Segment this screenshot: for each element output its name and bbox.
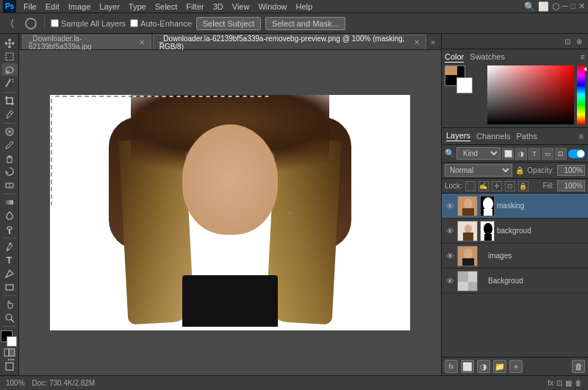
menu-edit[interactable]: Edit: [41, 2, 64, 11]
add-adjustment-button[interactable]: ◑: [477, 360, 490, 373]
pen-tool[interactable]: [1, 241, 18, 253]
tab-color[interactable]: Color: [445, 52, 464, 63]
brush-options-icon[interactable]: [24, 16, 38, 31]
lock-position-icon[interactable]: ✛: [492, 181, 502, 191]
menu-type[interactable]: Type: [124, 2, 151, 11]
sample-all-layers-input[interactable]: [51, 19, 59, 27]
menu-image[interactable]: Image: [64, 2, 96, 11]
lasso-tool[interactable]: [1, 63, 18, 76]
lock-artboard-icon[interactable]: ⊡: [505, 181, 515, 191]
layer-eye-images[interactable]: 👁: [445, 251, 455, 261]
lock-image-icon[interactable]: ✍: [478, 181, 489, 191]
tab-channels[interactable]: Channels: [476, 132, 510, 141]
menu-window[interactable]: Window: [254, 2, 291, 11]
brush-tool[interactable]: [1, 138, 18, 151]
filter-shape-icon[interactable]: ▭: [542, 148, 553, 160]
filter-toggle[interactable]: [568, 149, 585, 158]
layer-row-backgroud[interactable]: 👁 b: [442, 219, 588, 244]
filter-smart-icon[interactable]: ⊡: [555, 148, 567, 160]
add-group-button[interactable]: 📁: [493, 360, 506, 373]
color-panel-menu[interactable]: ≡: [581, 52, 585, 63]
layer-eye-masking[interactable]: 👁: [445, 201, 455, 211]
color-swatches[interactable]: [1, 330, 18, 344]
sample-all-layers-checkbox[interactable]: Sample All Layers: [51, 19, 126, 28]
properties-icon[interactable]: ⊡: [556, 379, 562, 387]
menu-layer[interactable]: Layer: [95, 2, 124, 11]
clone-stamp-tool[interactable]: [1, 152, 18, 165]
add-mask-button[interactable]: ⬜: [461, 360, 474, 373]
layer-eye-backgroud2[interactable]: 👁: [445, 276, 455, 286]
tab-inactive[interactable]: _Downloader.la-62139bf5a339a.jpg ✕: [22, 35, 151, 49]
opacity-input[interactable]: [557, 165, 585, 176]
delete-layer-button[interactable]: 🗑: [572, 360, 585, 373]
tab-layers[interactable]: Layers: [446, 131, 470, 141]
share-icon[interactable]: ⬡: [552, 1, 559, 12]
tool-options-arrow[interactable]: ⟨: [4, 16, 19, 31]
minimize-btn[interactable]: ─: [562, 1, 568, 12]
gradient-tool[interactable]: [1, 196, 18, 209]
select-and-mask-button[interactable]: Select and Mask...: [265, 17, 345, 30]
panel-icon-2[interactable]: ⊕: [573, 35, 585, 47]
kind-select[interactable]: Kind Name Effect Mode Attribute: [456, 147, 501, 160]
timeline-icon[interactable]: fx: [548, 379, 553, 387]
blend-lock-icon[interactable]: 🔒: [515, 166, 524, 174]
filter-adjustment-icon[interactable]: ◑: [515, 148, 527, 160]
menu-select[interactable]: Select: [151, 2, 182, 11]
lock-all-icon[interactable]: 🔒: [518, 181, 528, 191]
layer-eye-backgroud[interactable]: 👁: [445, 226, 455, 236]
background-swatch[interactable]: [456, 77, 473, 93]
filter-pixel-icon[interactable]: ⬜: [502, 148, 514, 160]
extra-tools[interactable]: •••: [3, 352, 19, 368]
layer-row-masking[interactable]: 👁 m: [442, 194, 588, 219]
eraser-tool[interactable]: [1, 179, 18, 191]
tab-paths[interactable]: Paths: [517, 132, 537, 141]
background-color[interactable]: [7, 336, 17, 347]
dodge-tool[interactable]: [1, 223, 18, 235]
tab-active[interactable]: _Downloader.la-62139bf5a339a-removebg-pr…: [153, 35, 426, 49]
eyedropper-tool[interactable]: [1, 107, 18, 120]
layer-row-backgroud2[interactable]: 👁 Backgroud: [442, 269, 588, 294]
tab-close-active[interactable]: ✕: [414, 38, 420, 46]
expand-right-icon[interactable]: »: [287, 207, 293, 219]
menu-filter[interactable]: Filter: [182, 2, 208, 11]
rectangular-marquee-tool[interactable]: [1, 50, 18, 63]
menu-help[interactable]: Help: [292, 2, 318, 11]
menu-view[interactable]: View: [228, 2, 254, 11]
color-hue-bar[interactable]: [577, 65, 585, 124]
add-layer-button[interactable]: +: [509, 360, 523, 373]
search-icon[interactable]: 🔍: [524, 1, 535, 12]
tabs-more-button[interactable]: »: [428, 35, 438, 49]
panel-icon-1[interactable]: ⊡: [562, 35, 573, 47]
hand-tool[interactable]: [1, 298, 18, 311]
workspace-icon[interactable]: ⬜: [538, 1, 549, 12]
layer-row-images[interactable]: 👁 images: [442, 244, 588, 269]
trash-icon[interactable]: 🗑: [575, 379, 582, 387]
history-brush-tool[interactable]: [1, 166, 18, 178]
zoom-tool[interactable]: [1, 311, 18, 324]
path-selection-tool[interactable]: [1, 267, 18, 280]
auto-enhance-input[interactable]: [130, 19, 138, 27]
tab-swatches[interactable]: Swatches: [470, 52, 505, 63]
type-tool[interactable]: T: [1, 254, 18, 266]
layers-panel-menu-icon[interactable]: ≡: [579, 132, 584, 141]
move-tool[interactable]: [1, 37, 18, 49]
auto-enhance-checkbox[interactable]: Auto-Enhance: [130, 19, 192, 28]
magic-wand-tool[interactable]: [1, 77, 18, 89]
close-btn[interactable]: ✕: [578, 1, 585, 12]
add-fx-button[interactable]: fx: [445, 360, 458, 373]
fill-input[interactable]: [557, 180, 585, 191]
maximize-btn[interactable]: □: [570, 1, 576, 12]
lock-transparent-icon[interactable]: ⬛: [465, 181, 476, 191]
shape-tool[interactable]: [1, 280, 18, 293]
menu-file[interactable]: File: [19, 2, 41, 11]
select-subject-button[interactable]: Select Subject: [196, 17, 261, 30]
healing-brush-tool[interactable]: [1, 125, 18, 138]
blur-tool[interactable]: [1, 210, 18, 222]
blend-mode-select[interactable]: Normal Dissolve Multiply Screen Overlay: [445, 164, 512, 177]
tab-close-inactive[interactable]: ✕: [139, 38, 145, 46]
histogram-icon[interactable]: ▦: [565, 379, 572, 387]
color-swatch-container[interactable]: [445, 65, 481, 101]
color-gradient[interactable]: [487, 65, 574, 124]
crop-tool[interactable]: [1, 94, 18, 107]
menu-3d[interactable]: 3D: [209, 2, 228, 11]
